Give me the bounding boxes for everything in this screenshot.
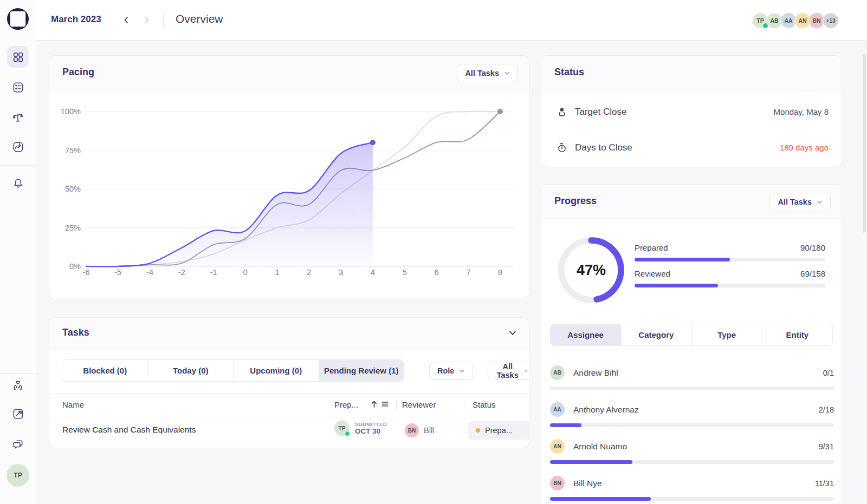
column-name[interactable]: Name <box>62 400 84 409</box>
preparer-state: SUBMITTED <box>355 421 387 427</box>
pacing-task-filter-dropdown[interactable]: All Tasks <box>457 64 518 82</box>
team-avatar-group[interactable]: TPABAAANBN+13 <box>754 12 839 29</box>
assignee-progress-bar <box>550 423 834 427</box>
x-axis-label: 0 <box>243 268 248 277</box>
prepared-progress-bar <box>635 258 825 261</box>
progress-tab-category[interactable]: Category <box>620 324 691 345</box>
progress-tab-assignee[interactable]: Assignee <box>551 324 620 345</box>
assignee-summary: AAAnthony Alvernaz2/18 <box>550 402 834 417</box>
sidebar-divider <box>0 373 36 374</box>
progress-task-filter-dropdown[interactable]: All Tasks <box>769 193 831 211</box>
assignee-summary: BNBill Nye11/31 <box>550 476 834 490</box>
avatar-13[interactable]: +13 <box>823 12 839 29</box>
x-axis-label: -4 <box>146 268 153 277</box>
bell-icon <box>12 177 24 189</box>
assignee-summary: ABAndrew Bihl0/1 <box>550 365 834 380</box>
assignee-progress-bar <box>550 387 834 390</box>
preparer-date: OCT 30 <box>355 427 387 435</box>
progress-card-header: Progress All Tasks <box>541 185 842 219</box>
page-title: Overview <box>176 12 223 25</box>
x-axis-label: 5 <box>403 268 407 277</box>
column-separator <box>396 400 397 409</box>
pacing-card: Pacing All Tasks 0%25%50%75%100%-6-5-4-2… <box>49 55 529 299</box>
x-axis-label: -6 <box>83 268 90 277</box>
assignee-avatar: AA <box>550 402 565 417</box>
sort-ascending-icon <box>371 400 378 408</box>
scrollbar-thumb[interactable] <box>863 54 866 233</box>
assignee-row: BNBill Nye11/31 <box>550 468 834 504</box>
previous-period-button[interactable] <box>118 12 134 28</box>
series-fill-actual-completed <box>86 142 373 266</box>
checklist-icon <box>12 81 24 94</box>
column-preparer[interactable]: Prep... <box>334 400 358 409</box>
preparer-cell: TP SUBMITTED OCT 30 <box>334 421 387 436</box>
y-axis-label: 25% <box>65 224 81 232</box>
reviewed-value: 69/158 <box>800 269 825 278</box>
reviewer-avatar: BN <box>405 423 419 437</box>
reviewed-label: Reviewed <box>635 269 670 278</box>
progress-card: Progress All Tasks 47% Prepared 90/180 R… <box>541 184 842 504</box>
days-to-close-row: Days to Close 189 days ago <box>541 141 842 154</box>
x-axis-label: 6 <box>434 268 438 277</box>
assignee-row: AAAnthony Alvernaz2/18 <box>550 395 834 431</box>
tasks-tab-blocked-0[interactable]: Blocked (0) <box>62 360 148 381</box>
x-axis-label: 4 <box>371 268 375 277</box>
assignee-avatar: BN <box>550 476 565 490</box>
dashboard-grid-icon <box>12 51 24 63</box>
chevron-down-icon <box>508 330 517 336</box>
stopwatch-icon <box>555 141 568 154</box>
sidebar-user-avatar[interactable]: TP <box>7 464 29 487</box>
column-status[interactable]: Status <box>473 400 496 409</box>
assignee-progress-bar <box>550 497 834 501</box>
progress-tab-entity[interactable]: Entity <box>762 324 832 345</box>
pacing-card-header: Pacing All Tasks <box>49 56 529 90</box>
sidebar-item-tasks[interactable] <box>7 76 29 98</box>
y-axis-label: 0% <box>69 262 81 271</box>
role-filter-dropdown[interactable]: Role <box>429 362 473 380</box>
sidebar-item-reports[interactable] <box>7 136 29 158</box>
tasks-card-header: Tasks <box>49 318 529 349</box>
tasks-title: Tasks <box>62 327 89 338</box>
sidebar-item-support[interactable] <box>7 375 29 396</box>
sidebar-item-messages[interactable] <box>7 433 29 455</box>
sidebar-item-tools[interactable] <box>7 403 29 424</box>
app-logo-icon <box>7 8 29 30</box>
chevron-right-icon <box>143 16 151 24</box>
sidebar-item-dashboard[interactable] <box>7 46 29 68</box>
next-period-button[interactable] <box>139 12 155 28</box>
chevron-down-icon <box>817 199 823 205</box>
x-axis-label: -5 <box>114 268 121 277</box>
assignee-progress-bar <box>550 460 834 464</box>
y-axis-label: 100% <box>61 107 81 116</box>
column-reviewer[interactable]: Reviewer <box>402 400 436 409</box>
progress-tab-type[interactable]: Type <box>691 324 762 345</box>
assignee-count: 11/31 <box>815 479 834 488</box>
tasks-task-filter-dropdown[interactable]: All Tasks <box>488 362 529 380</box>
assignee-avatar: AB <box>550 365 565 380</box>
x-axis-label: 3 <box>339 268 343 277</box>
chat-bubbles-icon <box>12 438 24 450</box>
tasks-tab-pending-review-1[interactable]: Pending Review (1) <box>319 360 404 381</box>
tasks-tab-today-0[interactable]: Today (0) <box>148 360 234 381</box>
task-status-badge[interactable]: Prepa... <box>468 421 529 440</box>
top-bar: March 2023 Overview TPABAAANBN+13 <box>36 0 867 41</box>
prepared-label: Prepared <box>635 243 668 252</box>
status-dot <box>476 428 480 433</box>
target-close-label: Target Close <box>575 107 626 117</box>
reviewer-cell: BN Bill <box>405 423 434 437</box>
column-separator <box>464 400 464 409</box>
chevron-down-icon <box>524 368 528 374</box>
sidebar-item-notifications[interactable] <box>7 172 29 194</box>
tasks-tab-upcoming-0[interactable]: Upcoming (0) <box>233 360 319 381</box>
sort-controls[interactable] <box>371 400 389 408</box>
chevron-down-icon <box>504 70 510 76</box>
sidebar-item-reconciliations[interactable] <box>7 107 29 128</box>
y-axis-label: 50% <box>65 185 81 193</box>
preparer-meta: SUBMITTED OCT 30 <box>355 421 387 435</box>
series-end-dot-planned-pace <box>497 109 503 114</box>
sidebar-divider <box>0 165 36 166</box>
assignee-count: 2/18 <box>819 405 834 414</box>
tasks-collapse-button[interactable] <box>508 330 517 338</box>
task-row[interactable]: Review Cash and Cash Equivalents TP SUBM… <box>49 416 529 444</box>
days-to-close-label: Days to Close <box>575 142 632 153</box>
